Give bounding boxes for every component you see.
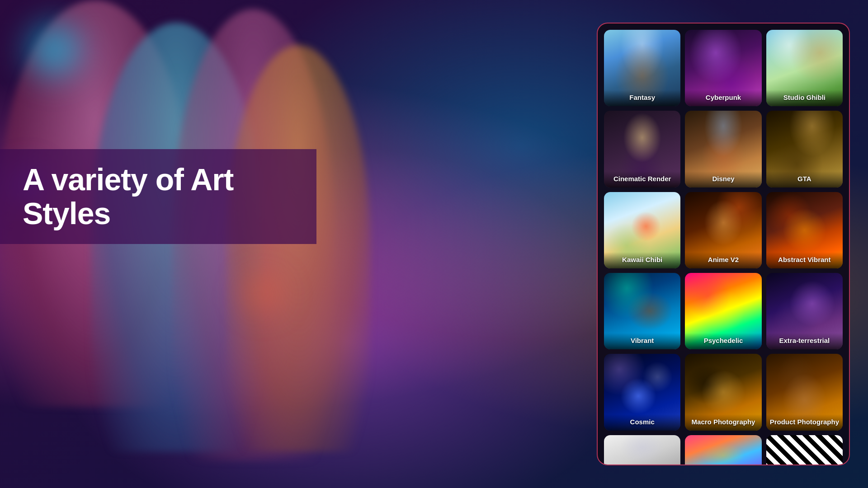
card-label-cinematic: Cinematic Render <box>604 171 680 188</box>
color-blob-3 <box>226 271 298 316</box>
art-card-colorful-pattern[interactable] <box>685 435 761 465</box>
card-label-disney: Disney <box>685 171 761 188</box>
card-label-vibrant: Vibrant <box>604 333 680 349</box>
art-card-gta[interactable]: GTA <box>766 111 843 187</box>
card-label-fantasy: Fantasy <box>604 90 680 106</box>
card-label-kawaii: Kawaii Chibi <box>604 252 680 268</box>
art-card-macro-photography[interactable]: Macro Photography <box>685 354 761 430</box>
art-styles-panel: Fantasy Cyberpunk Studio Ghibli Cinemati… <box>597 23 850 465</box>
art-card-wavy[interactable] <box>766 435 843 465</box>
art-card-extra-terrestrial[interactable]: Extra-terrestrial <box>766 273 843 349</box>
person-silhouette-4 <box>226 45 371 452</box>
art-card-vibrant[interactable]: Vibrant <box>604 273 680 349</box>
card-label-macro: Macro Photography <box>685 414 761 431</box>
partial-row <box>604 435 843 465</box>
art-card-disney[interactable]: Disney <box>685 111 761 187</box>
art-card-anime-v2[interactable]: Anime V2 <box>685 192 761 268</box>
heading-container: A variety of Art Styles <box>0 149 316 244</box>
card-label-anime: Anime V2 <box>685 252 761 268</box>
art-card-kawaii-chibi[interactable]: Kawaii Chibi <box>604 192 680 268</box>
art-card-room[interactable] <box>604 435 680 465</box>
art-grid: Fantasy Cyberpunk Studio Ghibli Cinemati… <box>604 30 843 431</box>
art-card-product-photography[interactable]: Product Photography <box>766 354 843 430</box>
card-label-cosmic: Cosmic <box>604 414 680 431</box>
card-label-gta: GTA <box>766 171 843 188</box>
art-card-fantasy[interactable]: Fantasy <box>604 30 680 106</box>
art-card-cyberpunk[interactable]: Cyberpunk <box>685 30 761 106</box>
card-label-alien: Extra-terrestrial <box>766 333 843 349</box>
art-card-studio-ghibli[interactable]: Studio Ghibli <box>766 30 843 106</box>
art-card-cinematic-render[interactable]: Cinematic Render <box>604 111 680 187</box>
card-label-cyberpunk: Cyberpunk <box>685 90 761 106</box>
art-card-abstract-vibrant[interactable]: Abstract Vibrant <box>766 192 843 268</box>
card-label-abstract: Abstract Vibrant <box>766 252 843 268</box>
color-blob-1 <box>14 9 95 90</box>
card-label-ghibli: Studio Ghibli <box>766 90 843 106</box>
card-label-psychedelic: Psychedelic <box>685 333 761 349</box>
page-title: A variety of Art Styles <box>23 163 294 230</box>
art-card-psychedelic[interactable]: Psychedelic <box>685 273 761 349</box>
art-card-cosmic[interactable]: Cosmic <box>604 354 680 430</box>
card-label-product: Product Photography <box>766 414 843 431</box>
